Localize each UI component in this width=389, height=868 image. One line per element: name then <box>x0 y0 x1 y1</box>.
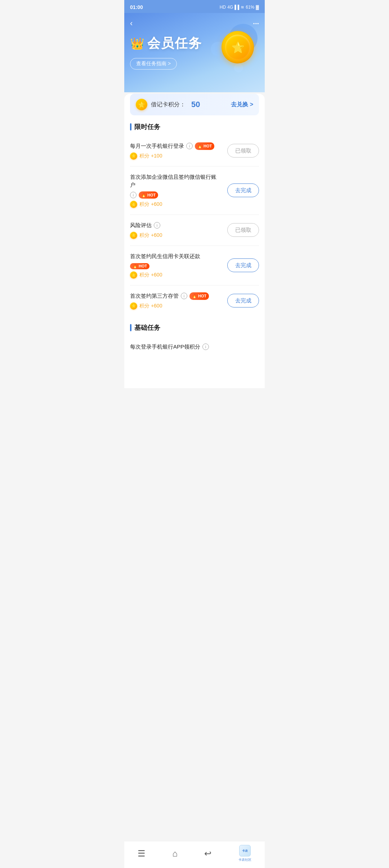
hd-icon: HD <box>220 5 226 10</box>
task-2-name-text: 首次添加企业微信且签约微信银行账户 <box>130 173 222 189</box>
task-3-info-icon[interactable]: i <box>154 222 160 229</box>
task-4-name-text: 首次签约民生信用卡关联还款 <box>130 252 200 261</box>
task-5-points-text: 积分 +600 <box>139 303 162 309</box>
task-1-points: ⭐ 积分 +100 <box>130 152 222 160</box>
task-2-coin-icon: ⭐ <box>130 201 137 208</box>
task-3-points: ⭐ 积分 +600 <box>130 232 222 239</box>
task-5-button[interactable]: 去完成 <box>227 294 259 307</box>
points-bar: ⭐ 借记卡积分： 50 去兑换 > <box>130 94 259 115</box>
task-item: 每月一次手机银行登录 i 🔥 HOT ⭐ 积分 +100 已领取 <box>130 136 259 167</box>
task-5-coin-icon: ⭐ <box>130 302 137 310</box>
task-list: 每月一次手机银行登录 i 🔥 HOT ⭐ 积分 +100 已领取 首次添加企业微… <box>124 136 265 316</box>
task-2-info: 首次添加企业微信且签约微信银行账户 i 🔥 HOT ⭐ 积分 +600 <box>130 173 222 208</box>
limited-section-title: 限时任务 <box>124 115 265 136</box>
status-bar: 01:00 HD 4G▐▐ ≋ 61% ▓ <box>124 0 265 13</box>
exchange-button[interactable]: 去兑换 > <box>231 101 253 108</box>
task-4-button[interactable]: 去完成 <box>227 258 259 272</box>
task-1-button[interactable]: 已领取 <box>227 144 259 158</box>
guide-button[interactable]: 查看任务指南 > <box>130 58 177 70</box>
points-left: ⭐ 借记卡积分： 50 <box>136 99 200 110</box>
points-coin-icon: ⭐ <box>136 99 147 110</box>
task-4-points-text: 积分 +600 <box>139 272 162 278</box>
task-4-coin-icon: ⭐ <box>130 271 137 279</box>
header-content: 👑 会员任务 查看任务指南 > <box>130 31 259 77</box>
basic-title-text: 基础任务 <box>134 323 160 332</box>
status-icons: HD 4G▐▐ ≋ 61% ▓ <box>220 5 259 10</box>
task-3-points-text: 积分 +600 <box>139 232 162 239</box>
main-content: ⭐ 借记卡积分： 50 去兑换 > 限时任务 每月一次手机银行登录 i 🔥 HO… <box>124 94 265 388</box>
task-item: 首次签约民生信用卡关联还款 🔥 HOT ⭐ 积分 +600 去完成 <box>130 246 259 286</box>
basic-task-1-name: 每次登录手机银行APP领积分 i <box>130 343 253 351</box>
basic-task-list: 每次登录手机银行APP领积分 i <box>124 336 265 360</box>
back-button[interactable]: ‹ <box>130 19 142 28</box>
task-5-points: ⭐ 积分 +600 <box>130 302 222 310</box>
task-4-points: ⭐ 积分 +600 <box>130 271 222 279</box>
task-1-hot-badge: 🔥 HOT <box>195 142 214 150</box>
more-button[interactable]: ··· <box>253 19 259 28</box>
basic-section-title: 基础任务 <box>124 316 265 336</box>
task-5-name: 首次签约第三方存管 i 🔥 HOT <box>130 292 222 300</box>
points-label: 借记卡积分： <box>151 101 185 108</box>
task-3-name-text: 风险评估 <box>130 221 152 230</box>
task-item: 首次签约第三方存管 i 🔥 HOT ⭐ 积分 +600 去完成 <box>130 285 259 316</box>
wifi-icon: ≋ <box>241 5 244 10</box>
status-time: 01:00 <box>130 4 143 10</box>
task-1-info-icon[interactable]: i <box>186 143 193 149</box>
task-3-coin-icon: ⭐ <box>130 232 137 239</box>
basic-task-item: 每次登录手机银行APP领积分 i <box>130 336 259 360</box>
task-1-name-text: 每月一次手机银行登录 <box>130 142 184 150</box>
task-4-name: 首次签约民生信用卡关联还款 <box>130 252 222 261</box>
task-3-name: 风险评估 i <box>130 221 222 230</box>
task-3-button[interactable]: 已领取 <box>227 223 259 237</box>
page-title: 会员任务 <box>147 35 202 52</box>
task-5-hot-badge: 🔥 HOT <box>189 292 209 300</box>
header-title: 👑 会员任务 <box>130 35 259 52</box>
task-2-button[interactable]: 去完成 <box>227 183 259 197</box>
basic-section-bar <box>130 324 131 331</box>
task-5-info: 首次签约第三方存管 i 🔥 HOT ⭐ 积分 +600 <box>130 292 222 310</box>
battery-icon: 61% <box>246 5 254 10</box>
basic-task-1-info: 每次登录手机银行APP领积分 i <box>130 343 253 353</box>
section-bar <box>130 123 131 130</box>
task-2-hot-badge: 🔥 HOT <box>139 191 158 199</box>
task-1-info: 每月一次手机银行登录 i 🔥 HOT ⭐ 积分 +100 <box>130 142 222 160</box>
task-2-points: ⭐ 积分 +600 <box>130 201 222 208</box>
signal-icon: 4G▐▐ <box>227 5 239 10</box>
task-1-coin-icon: ⭐ <box>130 152 137 160</box>
task-item: 风险评估 i ⭐ 积分 +600 已领取 <box>130 215 259 246</box>
task-item: 首次添加企业微信且签约微信银行账户 i 🔥 HOT ⭐ 积分 +600 去完成 <box>130 167 259 215</box>
task-2-name: 首次添加企业微信且签约微信银行账户 i 🔥 HOT <box>130 173 222 199</box>
limited-title-text: 限时任务 <box>134 123 160 131</box>
task-1-points-text: 积分 +100 <box>139 153 162 159</box>
task-1-name: 每月一次手机银行登录 i 🔥 HOT <box>130 142 222 150</box>
task-4-hot-badge: 🔥 HOT <box>130 263 149 269</box>
points-value: 50 <box>191 100 200 109</box>
battery-block: ▓ <box>256 5 259 10</box>
task-5-info-icon[interactable]: i <box>181 293 187 299</box>
basic-task-1-info-icon[interactable]: i <box>202 344 209 350</box>
task-5-name-text: 首次签约第三方存管 <box>130 292 179 300</box>
crown-icon: 👑 <box>130 37 144 50</box>
basic-task-1-name-text: 每次登录手机银行APP领积分 <box>130 343 200 351</box>
task-2-info-icon[interactable]: i <box>130 192 137 198</box>
task-2-points-text: 积分 +600 <box>139 201 162 208</box>
header-banner: ‹ ··· ⭐ 👑 会员任务 查看任务指南 > <box>124 13 265 92</box>
task-3-info: 风险评估 i ⭐ 积分 +600 <box>130 221 222 239</box>
task-4-info: 首次签约民生信用卡关联还款 🔥 HOT ⭐ 积分 +600 <box>130 252 222 279</box>
